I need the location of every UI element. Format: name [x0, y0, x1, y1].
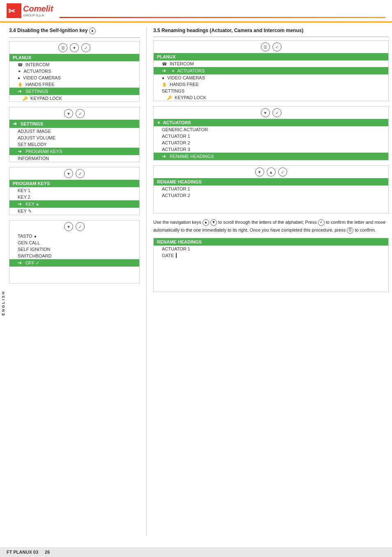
rmenu-rh-act1: ACTUATOR 1	[154, 186, 388, 192]
rbox3-controls: ▼ ▲ ✓	[154, 166, 388, 178]
logo-sub: GROUP S.p.A.	[23, 14, 53, 17]
down-btn-r3[interactable]: ▼	[255, 167, 264, 176]
menu-item-switchboard: SWITCHBOARD	[9, 253, 139, 259]
check-btn-r3[interactable]: ✓	[278, 167, 287, 176]
box1-body: ☎ INTERCOM ✦ ACTUATORS ● VIDEO CAMERAS ✋…	[9, 61, 139, 102]
logo-icon: ✂	[7, 3, 21, 18]
check-btn-2[interactable]: ✓	[76, 109, 85, 118]
menu-item-actuators: ✦ ACTUATORS	[9, 68, 139, 74]
svg-text:✂: ✂	[8, 7, 15, 16]
footer-brand: FT PLANUX 03	[7, 550, 38, 555]
box3-body: KEY 1 KEY 2 ➔ KEY ● KEY ✎	[9, 187, 139, 215]
menu-item-gencall: GEN CALL	[9, 239, 139, 246]
rmenu-item-settings: SETTINGS	[154, 88, 388, 94]
rmenu-item-generic: GENERIC ACTUATOR	[154, 126, 388, 133]
nav-down-icon: ▼	[210, 219, 217, 226]
rbox3-header: RENAME HEADINGS	[154, 178, 388, 186]
rmenu-item-act1: ACTUATOR 1	[154, 133, 388, 139]
final-body: ACTUATOR 1 GATE	[154, 246, 388, 292]
final-gate: GATE	[154, 252, 388, 259]
box3-header: PROGRAM KEYS	[9, 180, 139, 187]
menu-item-off: ➔ OFF ✓	[9, 259, 139, 267]
menu-item-tasto: TASTO ●	[9, 233, 139, 239]
box1-controls: ☰ ▼ ✓	[9, 42, 139, 54]
right-menu-box-3: ▼ ▲ ✓ RENAME HEADINGS ACTUATOR 1 ACTUATO…	[153, 165, 389, 214]
left-menu-box-1: ☰ ▼ ✓ PLANUX ☎ INTERCOM ✦ ACTUATORS ● VI…	[9, 41, 140, 102]
down-btn[interactable]: ▼	[70, 43, 79, 52]
check-btn-4[interactable]: ✓	[76, 222, 85, 231]
box1-header: PLANUX	[9, 54, 139, 61]
down-btn-r2[interactable]: ▼	[261, 108, 270, 117]
menu-item-key-circle: ➔ KEY ●	[9, 200, 139, 208]
confirm-icon: ✓	[318, 219, 325, 226]
check-btn-r1[interactable]: ✓	[272, 42, 281, 51]
menu-item-selfignition: SELF IGNITION	[9, 246, 139, 253]
menu-confirm-icon: ☰	[347, 227, 353, 234]
check-btn[interactable]: ✓	[81, 43, 90, 52]
left-column: 3.4 Disabling the Self-Ignition key ● ☰ …	[9, 28, 140, 536]
right-menu-box-1: ☰ ✓ PLANUX ☎ INTERCOM ➔ ✦ ACTUATORS ● VI…	[153, 40, 389, 101]
rbox2-body: GENERIC ACTUATOR ACTUATOR 1 ACTUATOR 2 A…	[154, 126, 388, 160]
rmenu-item-handsfree: ✋ HANDS FREE	[154, 81, 388, 88]
check-btn-r2[interactable]: ✓	[272, 108, 281, 117]
up-btn-r3[interactable]: ▲	[267, 167, 276, 176]
logo: ✂ Comelit GROUP S.p.A.	[7, 3, 53, 18]
menu-item-adjust-volume: ADJUST VOLUME	[9, 135, 139, 141]
rbox3-body: ACTUATOR 1 ACTUATOR 2	[154, 186, 388, 213]
right-section-title: 3.5 Renaming headings (Actuator, Camera …	[153, 28, 389, 33]
box2-header: ➔ SETTINGS	[9, 120, 139, 128]
box2-controls: ▼ ✓	[9, 107, 139, 120]
rbox1-controls: ☰ ✓	[154, 41, 388, 53]
menu-item-key1: KEY 1	[9, 187, 139, 194]
footer: FT PLANUX 03 26	[0, 547, 392, 557]
menu-item-settings: ➔ SETTINGS	[9, 88, 139, 95]
left-menu-box-3: ▼ ✓ PROGRAM KEYS KEY 1 KEY 2 ➔ KEY ● KEY…	[9, 167, 140, 215]
footer-page: 26	[45, 550, 50, 555]
menu-item-keypadlock: 🔑 KEYPAD LOCK	[9, 95, 139, 102]
menu-item-intercom: ☎ INTERCOM	[9, 61, 139, 68]
menu-item-handsfree: ✋ HANDS FREE	[9, 81, 139, 88]
menu-btn[interactable]: ☰	[58, 43, 67, 52]
final-rename-box: RENAME HEADINGS ACTUATOR 1 GATE	[153, 238, 389, 292]
rbox2-controls: ▼ ✓	[154, 107, 388, 119]
check-btn-3[interactable]: ✓	[76, 169, 85, 178]
nav-up-icon: ▲	[203, 219, 209, 226]
menu-item-key-edit: KEY ✎	[9, 208, 139, 215]
rmenu-item-keypadlock: 🔑 KEYPAD LOCK	[154, 94, 388, 101]
rmenu-item-intercom: ☎ INTERCOM	[154, 60, 388, 67]
right-column: 3.5 Renaming headings (Actuator, Camera …	[153, 28, 389, 536]
rmenu-item-actuators: ➔ ✦ ACTUATORS	[154, 67, 388, 74]
down-btn-2[interactable]: ▼	[64, 109, 73, 118]
english-label: ENGLISH	[1, 290, 5, 316]
menu-item-videocam: ● VIDEO CAMERAS	[9, 74, 139, 81]
column-divider	[146, 28, 147, 536]
final-header: RENAME HEADINGS	[154, 238, 388, 246]
down-btn-4[interactable]: ▼	[64, 222, 73, 231]
menu-item-adjust-image: ADJUST IMAGE	[9, 128, 139, 135]
header: ✂ Comelit GROUP S.p.A.	[0, 0, 392, 23]
menu-item-key2: KEY 2	[9, 194, 139, 200]
right-menu-box-2: ▼ ✓ ✦ ACTUATORS GENERIC ACTUATOR ACTUATO…	[153, 106, 389, 160]
rmenu-item-act3: ACTUATOR 3	[154, 146, 388, 153]
rbox2-header: ✦ ACTUATORS	[154, 119, 388, 126]
left-menu-box-2: ▼ ✓ ➔ SETTINGS ADJUST IMAGE ADJUST VOLUM…	[9, 107, 140, 162]
rmenu-item-act2: ACTUATOR 2	[154, 139, 388, 146]
menu-item-information: INFORMATION	[9, 155, 139, 162]
rmenu-item-videocam: ● VIDEO CAMERAS	[154, 74, 388, 81]
box4-controls: ▼ ✓	[9, 220, 139, 233]
rbox1-header: PLANUX	[154, 53, 388, 60]
description-text: Use the navigation keys ▲ ▼ to scroll th…	[153, 218, 389, 234]
box4-body: TASTO ● GEN CALL SELF IGNITION SWITCHBOA…	[9, 233, 139, 283]
final-act1: ACTUATOR 1	[154, 246, 388, 252]
box3-controls: ▼ ✓	[9, 167, 139, 180]
rbox1-body: ☎ INTERCOM ➔ ✦ ACTUATORS ● VIDEO CAMERAS…	[154, 60, 388, 101]
down-btn-3[interactable]: ▼	[64, 169, 73, 178]
menu-btn-r1[interactable]: ☰	[261, 42, 270, 51]
rmenu-item-rename: ➔ RENAME HEADINGS	[154, 153, 388, 160]
menu-item-program-keys: ➔ PROGRAM KEYS	[9, 148, 139, 155]
menu-item-set-melody: SET MELODY	[9, 141, 139, 148]
rmenu-rh-act2: ACTUATOR 2	[154, 192, 388, 199]
left-section-title: 3.4 Disabling the Self-Ignition key ●	[9, 28, 140, 34]
left-menu-box-4: ▼ ✓ TASTO ● GEN CALL SELF IGNITION SWITC…	[9, 220, 140, 283]
box2-body: ADJUST IMAGE ADJUST VOLUME SET MELODY ➔ …	[9, 128, 139, 162]
